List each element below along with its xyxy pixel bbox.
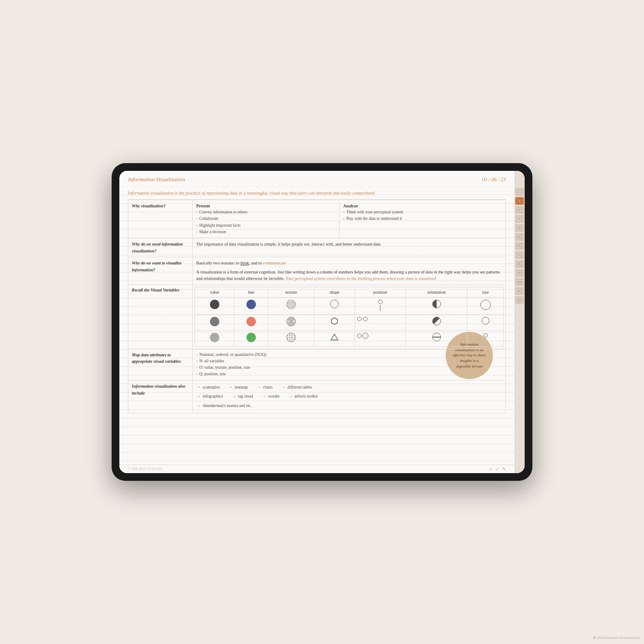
tab-9[interactable]: 9	[515, 269, 524, 277]
page-footer: © THE DOLCE NOTES ≡ ⤢ ✎	[119, 465, 514, 473]
tab-12[interactable]: 12	[515, 296, 524, 304]
triangle-shape	[330, 333, 339, 341]
noq-item-2: N: all variables	[196, 358, 502, 365]
tab-10[interactable]: 10	[515, 278, 524, 286]
footer-icon-3: ✎	[502, 467, 506, 471]
position-visual-3	[357, 333, 403, 339]
inc-scatterplot: scatterplot	[196, 383, 220, 392]
position-3	[355, 331, 406, 347]
present-item-4: Make a decision	[196, 229, 336, 235]
inc-wordie: wordie	[262, 392, 279, 401]
why-visualize-row: Why do we want to visualize information?…	[128, 257, 506, 285]
tab-8[interactable]: 8	[515, 260, 524, 268]
communicate-text: communicate	[263, 261, 286, 265]
orientation-3	[406, 331, 468, 347]
inc-diff-tables: different tables	[281, 383, 312, 392]
salmon-circle	[246, 317, 256, 326]
page-body: Information visualization is the practic…	[119, 186, 514, 465]
hue-salmon	[234, 314, 268, 331]
light-circle	[210, 333, 219, 342]
footer-icons: ≡ ⤢ ✎	[489, 467, 506, 471]
texture-lines	[268, 298, 314, 315]
inc-treemap: treemap	[228, 383, 248, 392]
large-circle	[480, 300, 491, 310]
why-need-label: Why do we need information visualization…	[128, 238, 193, 257]
tablet-frame: Information Visualization 01 / 06 / 23 I…	[112, 163, 532, 481]
inc-shneiderman: shneiderman's mantra and etc.	[196, 402, 252, 410]
analyze-header: Analyze	[343, 203, 502, 210]
shape-circle	[314, 298, 355, 315]
map-data-row: Map data attributes to appropriate visua…	[128, 349, 506, 380]
why-need-content: The importance of data visualization is …	[193, 238, 506, 257]
size-large	[468, 298, 504, 315]
pos-circle-b1	[357, 334, 361, 338]
lines-texture	[286, 300, 296, 309]
texture-cross	[268, 314, 314, 331]
tab-3[interactable]: 3	[515, 215, 524, 223]
map-data-label: Map data attributes to appropriate visua…	[128, 349, 193, 380]
background: Information Visualization 01 / 06 / 23 I…	[0, 0, 644, 644]
inc-infovis: infovis toolkit	[288, 392, 318, 401]
present-items: Convey information to others Collaborate…	[196, 209, 336, 235]
inc-charts: charts	[256, 383, 273, 392]
pos-circle-left	[357, 317, 361, 321]
tab-5[interactable]: 5	[515, 233, 524, 241]
why-visualize-content: Basically two reasons: to think, and to …	[193, 257, 506, 285]
noq-item-3: O: value, texture, position, size	[196, 365, 502, 371]
mid-text: , and to	[249, 261, 263, 265]
also-include-content: scatterplot treemap charts different tab…	[193, 380, 506, 413]
pos-circle-top	[378, 300, 383, 304]
tab-1[interactable]: 1	[515, 197, 524, 205]
include-items: scatterplot treemap charts different tab…	[196, 383, 502, 410]
sidebar-tabs: 1 2 3 4 5 6 7 8 9 10 11 12	[514, 171, 525, 473]
why-visualization-row: Why visualization? Present Convey inform…	[128, 200, 506, 238]
think-text: think	[240, 261, 249, 265]
tab-2[interactable]: 2	[515, 206, 524, 214]
present-item-1: Convey information to others	[196, 209, 336, 216]
hue-blue	[234, 298, 268, 315]
also-include-label: Information visualization also include	[128, 380, 193, 413]
footer-icon-1: ≡	[489, 467, 492, 471]
include-row-1: scatterplot treemap charts different tab…	[196, 383, 502, 392]
shape-triangle	[314, 331, 355, 347]
hexagon-shape	[330, 317, 339, 325]
header-orientation: orientation	[406, 287, 468, 298]
tab-11[interactable]: 11	[515, 287, 524, 295]
present-header: Present	[196, 203, 336, 210]
texture-dot	[268, 331, 314, 347]
include-row-3: shneiderman's mantra and etc.	[196, 402, 502, 410]
hue-green	[234, 331, 268, 347]
visual-vars-content: value hue texture shape position orienta…	[193, 285, 506, 349]
tab-4[interactable]: 4	[515, 224, 524, 232]
value-dark	[195, 298, 234, 315]
also-include-row: Information visualization also include s…	[128, 380, 506, 413]
think-communicate-line: Basically two reasons: to think, and to …	[196, 260, 502, 267]
content-wrapper: Information visualization is the practic…	[128, 186, 506, 413]
website-icon: ✿	[593, 635, 596, 640]
orientation-1	[406, 298, 468, 315]
orientation-2	[406, 314, 468, 331]
header-shape: shape	[314, 287, 355, 298]
header-value: value	[195, 287, 234, 298]
why-visualize-label: Why do we want to visualize information?	[128, 257, 193, 285]
inc-tagcloud: tag cloud	[232, 392, 253, 401]
inc-infographics: infographics	[196, 392, 223, 401]
tab-6[interactable]: 6	[515, 242, 524, 250]
vars-row-2	[195, 314, 504, 331]
horiz-circle	[432, 333, 441, 341]
page-header: Information Visualization 01 / 06 / 23	[119, 171, 514, 186]
tab-7[interactable]: 7	[515, 251, 524, 259]
horiz-line	[433, 337, 440, 337]
noq-item-4: Q: position, size	[196, 371, 502, 377]
dark-circle	[210, 300, 219, 309]
tab-blank[interactable]	[515, 188, 524, 196]
website-url: thedolcenotes.livemaster.ru	[598, 635, 640, 640]
header-position: position	[355, 287, 406, 298]
cognition-text: A visualization is a form of external co…	[196, 269, 502, 282]
green-circle	[246, 333, 256, 342]
header-size: size	[468, 287, 504, 298]
visual-vars-inner-table: value hue texture shape position orienta…	[194, 287, 504, 347]
medium-circle	[482, 317, 489, 325]
svg-marker-0	[331, 318, 337, 325]
size-small	[468, 331, 504, 347]
